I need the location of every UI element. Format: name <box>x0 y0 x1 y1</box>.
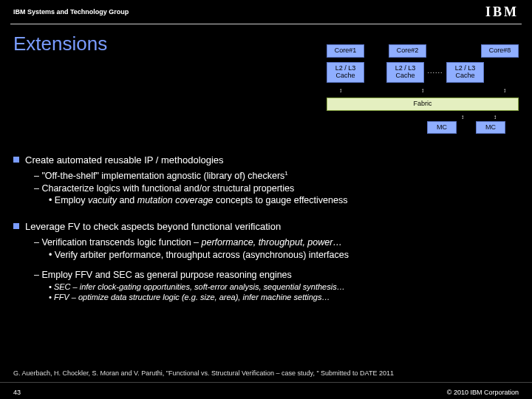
ibm-logo: IBM <box>485 4 519 20</box>
slide-title: Extensions <box>13 33 107 55</box>
reference-citation: G. Auerbach, H. Chockler, S. Moran and V… <box>13 369 519 377</box>
em-text: mutation coverage <box>137 195 214 205</box>
bullet-square-icon <box>13 223 19 229</box>
footer: 43 © 2010 IBM Corporation <box>0 382 532 399</box>
core-box: Core#2 <box>389 44 426 58</box>
mc-box: MC <box>427 121 457 134</box>
superscript: 1 <box>284 170 287 177</box>
page-number: 43 <box>13 389 21 396</box>
sub-bullet: – "Off-the-shelf" implementation agnosti… <box>34 170 519 183</box>
bullet-1: Create automated reusable IP / methodolo… <box>13 154 519 167</box>
core-box: Core#1 <box>327 44 364 58</box>
copyright: © 2010 IBM Corporation <box>447 389 519 396</box>
em-text: vacuity <box>88 195 117 205</box>
em-text: performance, throughput, power… <box>202 237 342 248</box>
bullet-2: Leverage FV to check aspects beyond func… <box>13 220 519 233</box>
header-rule <box>10 24 522 24</box>
slide: IBM Systems and Technology Group IBM Ext… <box>0 0 532 399</box>
bullet-text: Create automated reusable IP / methodolo… <box>25 154 224 167</box>
mc-box: MC <box>476 121 505 134</box>
architecture-diagram: Core#1 Core#2 Core#8 L2 / L3 Cache L2 / … <box>327 44 519 134</box>
fabric-box: Fabric <box>327 98 519 111</box>
ellipsis: ······ <box>427 69 443 76</box>
content: Create automated reusable IP / methodolo… <box>13 148 519 303</box>
sub-bullet: – Characterize logics with functional an… <box>34 183 519 195</box>
bullet-square-icon <box>13 157 19 163</box>
core-box: Core#8 <box>481 44 519 58</box>
sub-bullet: – Verification transcends logic function… <box>34 236 519 249</box>
bullet-text: Leverage FV to check aspects beyond func… <box>25 220 281 233</box>
connectors: ↕↕↕ <box>327 87 519 95</box>
sub-bullet: – Employ FFV and SEC as general purpose … <box>34 269 519 282</box>
text: and <box>117 195 137 205</box>
text: concepts to gauge effectiveness <box>214 195 348 205</box>
sub-sub-bullet: • Employ vacuity and mutation coverage c… <box>49 194 519 207</box>
sub-sub-bullet: • Verify arbiter performance, throughput… <box>49 249 519 262</box>
cache-box: L2 / L3 Cache <box>327 62 364 83</box>
text: – "Off-the-shelf" implementation agnosti… <box>34 171 284 181</box>
cache-box: L2 / L3 Cache <box>446 62 484 83</box>
header: IBM Systems and Technology Group IBM <box>0 0 532 24</box>
connectors: ↕↕ <box>327 114 519 121</box>
sub-sub-bullet: • SEC – infer clock-gating opportunities… <box>49 282 519 293</box>
sub-sub-bullet: • FFV – optimize data structure logic (e… <box>49 292 519 303</box>
cache-box: L2 / L3 Cache <box>386 62 424 83</box>
header-group-label: IBM Systems and Technology Group <box>13 8 129 16</box>
text: • Employ <box>49 195 88 205</box>
text: – Verification transcends logic function… <box>34 237 202 248</box>
